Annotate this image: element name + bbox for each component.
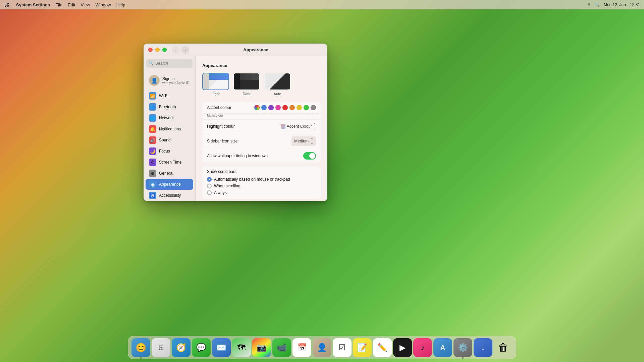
dock-item-music[interactable]: ♪ [413, 338, 432, 357]
settings-section-main: Accent colour Mult [202, 102, 321, 163]
dock-item-appletv[interactable]: ▶ [393, 338, 412, 357]
fullscreen-button[interactable] [162, 48, 167, 52]
file-menu[interactable]: File [55, 2, 62, 7]
dock-item-mail[interactable]: ✉️ [212, 338, 231, 357]
menubar-datetime: Mon 12. Jun [604, 2, 626, 7]
dock-item-yoink[interactable]: ↓ [474, 338, 492, 357]
mode-light[interactable]: Light [202, 73, 229, 96]
dock-item-trash[interactable]: 🗑 [494, 338, 513, 357]
sidebar-item-focus[interactable]: 🌙 Focus [146, 146, 193, 157]
sidebar-item-notifications[interactable]: 🔔 Notifications [146, 124, 193, 134]
dock-item-facetime[interactable]: 📹 [272, 338, 291, 357]
photos-icon: 📷 [257, 343, 267, 352]
sidebar-icon-size-text: Medium [294, 139, 309, 143]
app-name-menu[interactable]: System Settings [16, 2, 50, 7]
mode-label-light: Light [212, 92, 220, 96]
titlebar: ‹ › Appearance [144, 44, 327, 56]
sidebar-scroll: 👤 Sign in with your Apple ID 📶 Wi-Fi 🔷 [144, 70, 195, 201]
search-input[interactable] [155, 61, 196, 66]
sound-icon: 🔊 [149, 136, 156, 144]
sidebar-item-screentime[interactable]: ⏱ Screen Time [146, 157, 193, 168]
accent-green[interactable] [304, 105, 309, 110]
forward-button[interactable]: › [181, 46, 189, 54]
accent-blue[interactable] [261, 105, 267, 110]
accent-multicolor[interactable] [254, 105, 260, 110]
scroll-scrolling-radio[interactable] [207, 184, 212, 188]
scroll-auto-label: Automatically based on mouse or trackpad [214, 177, 290, 182]
scroll-scrolling-option[interactable]: When scrolling [207, 183, 316, 189]
accent-yellow[interactable] [297, 105, 302, 110]
accent-sub-label: Multicolour [202, 114, 321, 120]
maps-icon: 🗺 [237, 343, 246, 352]
highlight-colour-label: Highlight colour [207, 124, 281, 129]
avatar: 👤 [149, 75, 160, 86]
close-button[interactable] [148, 48, 153, 52]
dock-item-photos[interactable]: 📷 [252, 338, 271, 357]
mail-icon: ✉️ [216, 343, 226, 352]
dock-item-messages[interactable]: 💬 [192, 338, 211, 357]
sidebar-item-bluetooth[interactable]: 🔷 Bluetooth [146, 102, 193, 112]
scroll-auto-option[interactable]: Automatically based on mouse or trackpad [207, 176, 316, 183]
accent-orange[interactable] [289, 105, 295, 110]
dock-item-calendar[interactable]: 📅 [292, 338, 311, 357]
edit-menu[interactable]: Edit [68, 2, 75, 7]
dock-item-finder[interactable]: 😊 [131, 338, 150, 357]
dock-item-notes[interactable]: 📝 [353, 338, 372, 357]
sidebar-item-accessibility[interactable]: ♿ Accessibility [146, 190, 193, 201]
view-menu[interactable]: View [81, 2, 90, 7]
notes-icon: 📝 [357, 343, 367, 352]
scroll-always-radio[interactable] [207, 190, 212, 195]
sidebar-item-wifi[interactable]: 📶 Wi-Fi [146, 90, 193, 101]
freeform-icon: ✏️ [377, 343, 387, 352]
menubar-search-icon[interactable]: 🔍 [595, 2, 600, 7]
search-bar[interactable]: 🔍 [146, 59, 193, 68]
sysprefs-dot [462, 357, 464, 359]
accent-red[interactable] [282, 105, 288, 110]
window-menu[interactable]: Window [95, 2, 111, 7]
help-menu[interactable]: Help [116, 2, 125, 7]
launchpad-icon: ⊞ [158, 344, 164, 352]
sidebar-item-network[interactable]: 🌐 Network [146, 113, 193, 123]
accent-pink[interactable] [275, 105, 281, 110]
mode-auto[interactable]: Auto [264, 73, 291, 96]
highlight-colour-value[interactable]: Accent Colour ⌃⌄ [281, 123, 316, 130]
sidebar-item-signin[interactable]: 👤 Sign in with your Apple ID [146, 72, 193, 88]
scroll-auto-radio[interactable] [207, 177, 212, 182]
mode-preview-auto [264, 73, 291, 90]
messages-icon: 💬 [196, 343, 206, 352]
trash-icon: 🗑 [498, 342, 508, 353]
safari-icon: 🧭 [176, 343, 186, 352]
accent-purple[interactable] [268, 105, 274, 110]
dock-item-contacts[interactable]: 👤 [313, 338, 331, 357]
mode-preview-light [202, 73, 229, 90]
apple-logo-icon[interactable]: ⌘ [4, 2, 9, 8]
dock-item-freeform[interactable]: ✏️ [373, 338, 392, 357]
back-button[interactable]: ‹ [172, 46, 179, 54]
sidebar-icon-size-value[interactable]: Medium ⌃⌄ [291, 136, 316, 146]
sidebar-item-appearance[interactable]: ◉ Appearance [146, 179, 193, 190]
dock-item-sysprefs[interactable]: ⚙️ [453, 338, 472, 357]
wallpaper-tinting-label: Allow wallpaper tinting in windows [207, 154, 303, 158]
dock-item-safari[interactable]: 🧭 [172, 338, 191, 357]
sidebar-item-sound[interactable]: 🔊 Sound [146, 135, 193, 145]
finder-icon: 😊 [136, 343, 146, 353]
dock-item-launchpad[interactable]: ⊞ [152, 338, 170, 357]
accent-graphite[interactable] [311, 105, 316, 110]
system-settings-window: ‹ › Appearance 🔍 👤 Sign in [144, 44, 327, 201]
search-icon: 🔍 [149, 61, 154, 66]
dock-item-maps[interactable]: 🗺 [232, 338, 251, 357]
menubar-control-center-icon[interactable]: ⊛ [587, 2, 591, 7]
user-text: Sign in with your Apple ID [162, 76, 190, 85]
accent-colors [254, 105, 316, 110]
scroll-always-option[interactable]: Always [207, 189, 316, 196]
minimize-button[interactable] [155, 48, 160, 52]
sidebar: 🔍 👤 Sign in with your Apple ID 📶 [144, 56, 196, 201]
highlight-colour-stepper[interactable]: ⌃⌄ [313, 123, 316, 130]
sidebar-item-general[interactable]: ⚙ General [146, 168, 193, 179]
wallpaper-tinting-toggle[interactable] [303, 152, 316, 160]
highlight-colour-row: Highlight colour Accent Colour ⌃⌄ [202, 120, 321, 133]
sysprefs-icon: ⚙️ [458, 343, 468, 352]
dock-item-reminders[interactable]: ☑ [333, 338, 352, 357]
dock-item-appstore[interactable]: A [433, 338, 452, 357]
mode-dark[interactable]: Dark [233, 73, 260, 96]
